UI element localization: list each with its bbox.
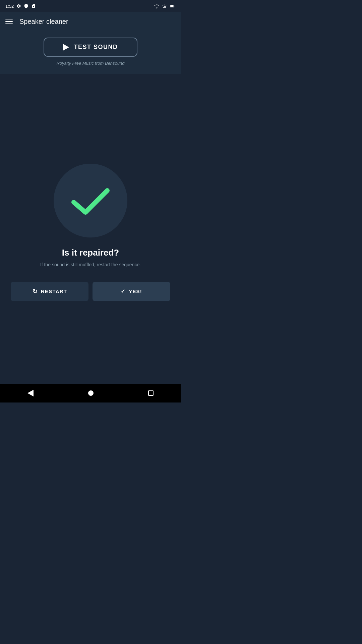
battery-icon — [169, 4, 176, 8]
svg-rect-4 — [174, 6, 175, 6]
home-icon — [88, 390, 94, 396]
restart-label: RESTART — [41, 288, 67, 294]
yes-button[interactable]: ✓ YES! — [93, 282, 170, 301]
check-icon: ✓ — [121, 288, 125, 294]
checkmark-icon — [70, 184, 111, 217]
result-text-block: Is it repaired? If the sound is still mu… — [40, 248, 141, 268]
home-button[interactable] — [78, 387, 104, 399]
bottom-nav-bar — [0, 384, 181, 402]
svg-rect-1 — [164, 6, 165, 8]
action-buttons: ↺ RESTART ✓ YES! — [5, 282, 176, 301]
svg-rect-0 — [165, 6, 166, 8]
status-bar: 1:52 — [0, 0, 181, 12]
wifi-icon — [154, 4, 160, 8]
yes-label: YES! — [129, 288, 142, 294]
restart-icon: ↺ — [32, 288, 38, 295]
main-content: Is it repaired? If the sound is still mu… — [0, 74, 181, 384]
result-title: Is it repaired? — [40, 248, 141, 258]
recent-apps-icon — [148, 390, 154, 396]
time-display: 1:52 — [5, 4, 14, 9]
sim-icon — [31, 4, 36, 8]
vpn-shield-icon — [24, 4, 28, 8]
signal-icon — [162, 4, 167, 8]
check-circle — [54, 164, 127, 237]
result-subtitle: If the sound is still muffled, restart t… — [40, 261, 141, 268]
hamburger-menu-button[interactable] — [5, 19, 13, 24]
back-icon — [27, 390, 34, 396]
app-bar: Speaker cleaner — [0, 12, 181, 31]
test-sound-button[interactable]: TEST SOUND — [44, 38, 137, 57]
svg-rect-5 — [171, 5, 174, 7]
app-title: Speaker cleaner — [19, 18, 68, 25]
restart-button[interactable]: ↺ RESTART — [11, 282, 88, 301]
play-icon — [63, 44, 69, 51]
recents-button[interactable] — [138, 387, 164, 399]
test-sound-section: TEST SOUND Royalty Free Music from Benso… — [0, 31, 181, 74]
back-button[interactable] — [17, 386, 44, 400]
svg-rect-2 — [163, 7, 164, 8]
settings-icon — [16, 4, 21, 8]
royalty-text: Royalty Free Music from Bensound — [56, 61, 124, 66]
test-sound-label: TEST SOUND — [74, 44, 118, 51]
